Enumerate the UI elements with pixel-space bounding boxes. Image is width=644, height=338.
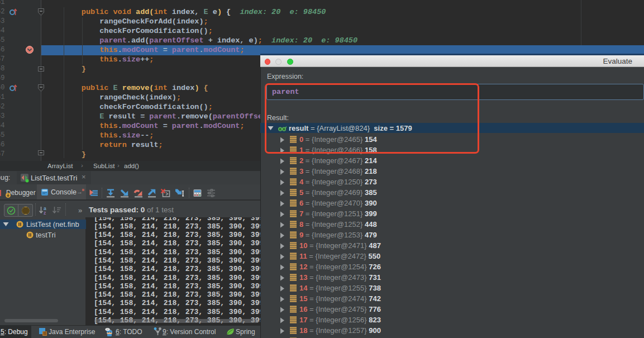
svg-text:z: z xyxy=(44,210,46,215)
